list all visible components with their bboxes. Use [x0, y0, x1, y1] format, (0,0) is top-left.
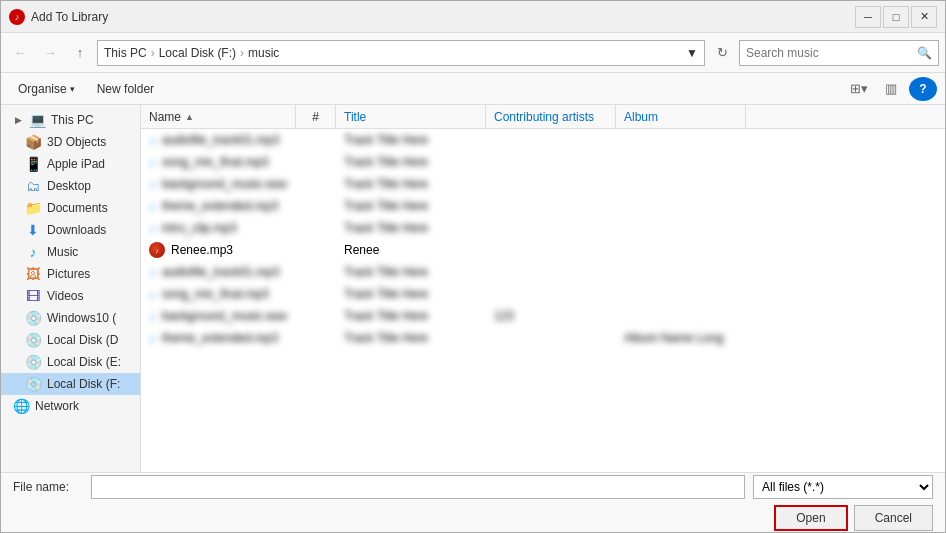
- sidebar-item-network[interactable]: 🌐Network: [1, 395, 140, 417]
- file-cell-name: ♪intro_clip.mp3: [141, 220, 296, 236]
- file-cell-name: ♪audiofile_track01.mp3: [141, 264, 296, 280]
- file-cell-title: Track Title Here: [336, 177, 486, 191]
- sidebar-item-this-pc[interactable]: ▶💻This PC: [1, 109, 140, 131]
- file-cell-artists: 123: [486, 309, 616, 323]
- toolbar-right: ⊞ ▾ ▥ ?: [845, 77, 937, 101]
- file-row[interactable]: ♪theme_extended.mp3Track Title HereAlbum…: [141, 327, 945, 349]
- view-options-button[interactable]: ⊞ ▾: [845, 77, 873, 101]
- file-row[interactable]: ♪background_music.wavTrack Title Here: [141, 173, 945, 195]
- local-e-icon: 💿: [25, 354, 41, 370]
- documents-icon: 📁: [25, 200, 41, 216]
- file-cell-title: Track Title Here: [336, 155, 486, 169]
- view-icon: ⊞: [850, 81, 861, 96]
- cancel-button[interactable]: Cancel: [854, 505, 933, 531]
- sidebar-label-network: Network: [35, 399, 79, 413]
- minimize-button[interactable]: ─: [855, 6, 881, 28]
- sidebar-label-documents: Documents: [47, 201, 108, 215]
- back-button[interactable]: ←: [7, 40, 33, 66]
- close-button[interactable]: ✕: [911, 6, 937, 28]
- filename-row: File name: All files (*.*): [13, 475, 933, 499]
- col-artists-header[interactable]: Contributing artists: [486, 105, 616, 128]
- apple-ipad-icon: 📱: [25, 156, 41, 172]
- file-row[interactable]: ♪intro_clip.mp3Track Title Here: [141, 217, 945, 239]
- 3d-objects-icon: 📦: [25, 134, 41, 150]
- file-row[interactable]: ♪audiofile_track01.mp3Track Title Here: [141, 261, 945, 283]
- search-input[interactable]: [746, 46, 917, 60]
- refresh-button[interactable]: ↻: [709, 40, 735, 66]
- breadcrumb-dropdown[interactable]: ▼: [686, 46, 698, 60]
- file-row[interactable]: ♪background_music.wavTrack Title Here123: [141, 305, 945, 327]
- sidebar-item-local-d[interactable]: 💿Local Disk (D: [1, 329, 140, 351]
- sidebar: ▶💻This PC📦3D Objects📱Apple iPad🗂Desktop📁…: [1, 105, 141, 472]
- address-bar: ← → ↑ This PC › Local Disk (F:) › music …: [1, 33, 945, 73]
- search-icon: 🔍: [917, 46, 932, 60]
- file-list: Name ▲ # Title Contributing artists Albu…: [141, 105, 945, 472]
- action-row: Open Cancel: [13, 505, 933, 531]
- filetype-select[interactable]: All files (*.*): [753, 475, 933, 499]
- mp3-icon: ♪: [149, 242, 165, 258]
- sidebar-item-videos[interactable]: 🎞Videos: [1, 285, 140, 307]
- pane-button[interactable]: ▥: [877, 77, 905, 101]
- up-button[interactable]: ↑: [67, 40, 93, 66]
- desktop-icon: 🗂: [25, 178, 41, 194]
- sidebar-item-pictures[interactable]: 🖼Pictures: [1, 263, 140, 285]
- organise-button[interactable]: Organise ▾: [9, 77, 84, 101]
- file-list-body: ♪audiofile_track01.mp3Track Title Here♪s…: [141, 129, 945, 472]
- file-row[interactable]: ♪audiofile_track01.mp3Track Title Here: [141, 129, 945, 151]
- sidebar-label-3d-objects: 3D Objects: [47, 135, 106, 149]
- view-arrow-icon: ▾: [861, 81, 868, 96]
- file-row[interactable]: ♪song_mix_final.mp3Track Title Here: [141, 283, 945, 305]
- col-num-header[interactable]: #: [296, 105, 336, 128]
- sidebar-item-documents[interactable]: 📁Documents: [1, 197, 140, 219]
- local-f-icon: 💿: [25, 376, 41, 392]
- col-album-header[interactable]: Album: [616, 105, 746, 128]
- file-cell-album: Album Name Long: [616, 331, 746, 345]
- file-cell-title: Track Title Here: [336, 287, 486, 301]
- file-cell-title: Track Title Here: [336, 331, 486, 345]
- dialog-title: Add To Library: [31, 10, 855, 24]
- sidebar-label-local-d: Local Disk (D: [47, 333, 118, 347]
- file-cell-name: ♪background_music.wav: [141, 308, 296, 324]
- file-cell-title: Renee: [336, 243, 486, 257]
- sidebar-item-downloads[interactable]: ⬇Downloads: [1, 219, 140, 241]
- sidebar-item-local-f[interactable]: 💿Local Disk (F:: [1, 373, 140, 395]
- breadcrumb-sep1: ›: [151, 46, 155, 60]
- col-title-header[interactable]: Title: [336, 105, 486, 128]
- maximize-button[interactable]: □: [883, 6, 909, 28]
- filename-label: File name:: [13, 480, 83, 494]
- file-row[interactable]: ♪Renee.mp3Renee: [141, 239, 945, 261]
- file-cell-name: ♪theme_extended.mp3: [141, 330, 296, 346]
- sidebar-item-3d-objects[interactable]: 📦3D Objects: [1, 131, 140, 153]
- sidebar-label-music: Music: [47, 245, 78, 259]
- dialog: ♪ Add To Library ─ □ ✕ ← → ↑ This PC › L…: [0, 0, 946, 533]
- sidebar-toggle-this-pc[interactable]: ▶: [13, 115, 23, 125]
- sidebar-item-music[interactable]: ♪Music: [1, 241, 140, 263]
- open-button[interactable]: Open: [774, 505, 847, 531]
- this-pc-icon: 💻: [29, 112, 45, 128]
- file-cell-title: Track Title Here: [336, 309, 486, 323]
- music-icon: ♪: [25, 244, 41, 260]
- sidebar-item-desktop[interactable]: 🗂Desktop: [1, 175, 140, 197]
- search-box: 🔍: [739, 40, 939, 66]
- help-button[interactable]: ?: [909, 77, 937, 101]
- file-cell-name: ♪background_music.wav: [141, 176, 296, 192]
- col-name-header[interactable]: Name ▲: [141, 105, 296, 128]
- sidebar-label-local-e: Local Disk (E:: [47, 355, 121, 369]
- file-name-text: Renee.mp3: [171, 243, 233, 257]
- sidebar-label-pictures: Pictures: [47, 267, 90, 281]
- new-folder-button[interactable]: New folder: [88, 77, 163, 101]
- file-cell-title: Track Title Here: [336, 133, 486, 147]
- sidebar-item-local-e[interactable]: 💿Local Disk (E:: [1, 351, 140, 373]
- breadcrumb[interactable]: This PC › Local Disk (F:) › music ▼: [97, 40, 705, 66]
- forward-button[interactable]: →: [37, 40, 63, 66]
- title-bar: ♪ Add To Library ─ □ ✕: [1, 1, 945, 33]
- file-row[interactable]: ♪song_mix_final.mp3Track Title Here: [141, 151, 945, 173]
- sidebar-item-apple-ipad[interactable]: 📱Apple iPad: [1, 153, 140, 175]
- sidebar-item-windows10[interactable]: 💿Windows10 (: [1, 307, 140, 329]
- file-cell-title: Track Title Here: [336, 265, 486, 279]
- videos-icon: 🎞: [25, 288, 41, 304]
- filename-input[interactable]: [91, 475, 745, 499]
- downloads-icon: ⬇: [25, 222, 41, 238]
- file-row[interactable]: ♪theme_extended.mp3Track Title Here: [141, 195, 945, 217]
- breadcrumb-music: music: [248, 46, 279, 60]
